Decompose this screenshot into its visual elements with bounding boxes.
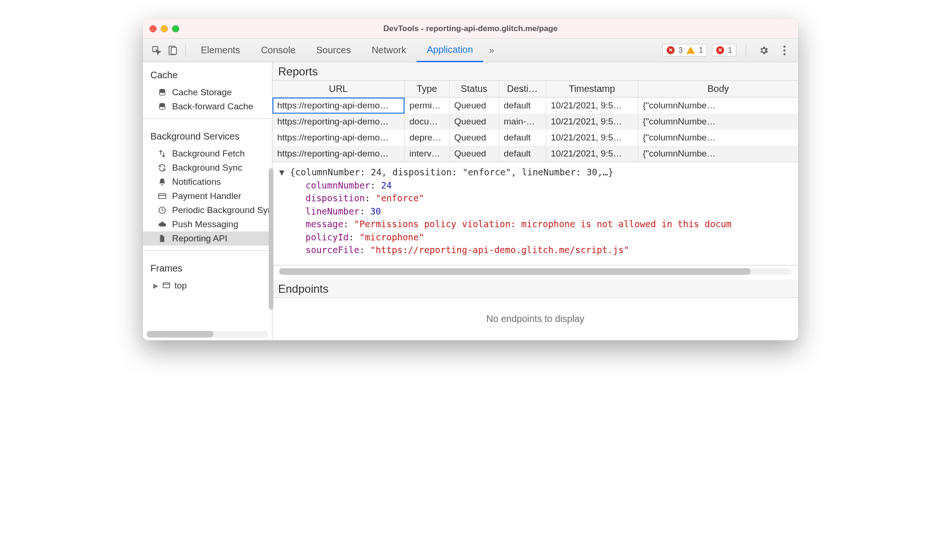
device-toolbar-icon[interactable]: [165, 42, 181, 58]
cell-body[interactable]: {"columnNumbe…: [638, 98, 798, 114]
transfer-icon: [157, 148, 167, 159]
tab-console[interactable]: Console: [250, 39, 305, 62]
tab-application[interactable]: Application: [417, 39, 484, 62]
cell-type[interactable]: permi…: [404, 98, 449, 114]
cell-destination[interactable]: default: [499, 98, 546, 114]
json-value: 30: [370, 206, 381, 216]
reports-table: URL Type Status Desti… Timestamp Body ht…: [272, 81, 798, 162]
json-property-line[interactable]: disposition: "enforce": [279, 192, 792, 205]
inspect-element-icon[interactable]: [149, 42, 165, 58]
column-header-status[interactable]: Status: [449, 81, 499, 98]
endpoints-empty-message: No endpoints to display: [272, 298, 798, 340]
reporting-api-panel: Reports URL Type Status Desti… Timestamp…: [272, 62, 798, 340]
cell-body[interactable]: {"columnNumbe…: [638, 130, 798, 146]
table-row[interactable]: https://reporting-api-demo…depre…Queuedd…: [272, 130, 798, 146]
cell-url[interactable]: https://reporting-api-demo…: [272, 146, 404, 162]
hidden-issues-badge[interactable]: ✕ 1: [712, 44, 736, 57]
cell-status[interactable]: Queued: [449, 114, 499, 130]
svg-rect-8: [159, 194, 166, 199]
svg-point-3: [784, 45, 786, 48]
cell-timestamp[interactable]: 10/21/2021, 9:5…: [546, 98, 638, 114]
cell-body[interactable]: {"columnNumbe…: [638, 114, 798, 130]
more-tabs-button[interactable]: »: [483, 45, 500, 56]
clock-icon: [157, 205, 167, 215]
console-issues-badge[interactable]: ✕ 3 1: [662, 44, 707, 57]
chevron-double-right-icon: »: [489, 45, 494, 55]
cell-destination[interactable]: default: [499, 130, 546, 146]
table-row[interactable]: https://reporting-api-demo…docu…Queuedma…: [272, 114, 798, 130]
reports-section-title: Reports: [272, 62, 798, 81]
json-value: "microphone": [359, 232, 424, 242]
minimize-window-button[interactable]: [161, 25, 168, 32]
cell-url[interactable]: https://reporting-api-demo…: [272, 130, 404, 146]
tab-elements[interactable]: Elements: [190, 39, 250, 62]
table-header-row: URL Type Status Desti… Timestamp Body: [272, 81, 798, 98]
tab-sources[interactable]: Sources: [306, 39, 361, 62]
json-value: "https://reporting-api-demo.glitch.me/sc…: [370, 245, 629, 255]
table-row[interactable]: https://reporting-api-demo…interv…Queued…: [272, 146, 798, 162]
column-header-destination[interactable]: Desti…: [499, 81, 546, 98]
json-property-line[interactable]: message: "Permissions policy violation: …: [279, 218, 792, 231]
cell-body[interactable]: {"columnNumbe…: [638, 146, 798, 162]
sidebar-item-push-messaging[interactable]: Push Messaging: [143, 217, 272, 231]
cell-type[interactable]: docu…: [404, 114, 449, 130]
sidebar-item-notifications[interactable]: Notifications: [143, 175, 272, 189]
report-body-json-viewer[interactable]: ▼ {columnNumber: 24, disposition: "enfor…: [272, 162, 798, 265]
cell-url[interactable]: https://reporting-api-demo…: [272, 98, 404, 114]
json-summary-line[interactable]: ▼ {columnNumber: 24, disposition: "enfor…: [279, 166, 792, 179]
column-header-timestamp[interactable]: Timestamp: [546, 81, 638, 98]
cell-timestamp[interactable]: 10/21/2021, 9:5…: [546, 146, 638, 162]
json-property-line[interactable]: lineNumber: 30: [279, 205, 792, 218]
json-property-line[interactable]: columnNumber: 24: [279, 179, 792, 192]
bell-icon: [157, 177, 167, 187]
settings-gear-icon[interactable]: [756, 42, 772, 58]
sidebar-item-periodic-sync[interactable]: Periodic Background Sync: [143, 203, 272, 217]
cell-status[interactable]: Queued: [449, 130, 499, 146]
column-header-url[interactable]: URL: [272, 81, 404, 98]
cell-type[interactable]: depre…: [404, 130, 449, 146]
sidebar-item-payment-handler[interactable]: Payment Handler: [143, 189, 272, 203]
json-property-line[interactable]: policyId: "microphone": [279, 231, 792, 244]
cell-destination[interactable]: main-…: [499, 114, 546, 130]
sidebar-item-frame-top[interactable]: ▶ top: [143, 279, 272, 293]
sidebar-vertical-scrollbar[interactable]: [269, 168, 273, 310]
cell-status[interactable]: Queued: [449, 98, 499, 114]
expand-triangle-icon[interactable]: ▶: [153, 282, 158, 289]
sidebar-item-background-sync[interactable]: Background Sync: [143, 161, 272, 175]
json-horizontal-scrollbar[interactable]: [279, 268, 792, 275]
svg-point-4: [784, 49, 786, 51]
scrollbar-thumb[interactable]: [147, 331, 214, 338]
json-property-line[interactable]: sourceFile: "https://reporting-api-demo.…: [279, 244, 792, 257]
sidebar-divider: [143, 250, 272, 251]
svg-point-5: [784, 53, 786, 55]
devtools-toolbar: Elements Console Sources Network Applica…: [143, 39, 798, 62]
cell-timestamp[interactable]: 10/21/2021, 9:5…: [546, 130, 638, 146]
sidebar-item-label: Background Fetch: [172, 148, 245, 159]
sidebar-section-title: Background Services: [143, 124, 272, 147]
zoom-window-button[interactable]: [172, 25, 179, 32]
sidebar-item-label: Notifications: [172, 177, 221, 187]
tab-network[interactable]: Network: [361, 39, 416, 62]
json-key: message: [305, 219, 343, 229]
cell-status[interactable]: Queued: [449, 146, 499, 162]
sidebar-item-background-fetch[interactable]: Background Fetch: [143, 147, 272, 161]
column-header-type[interactable]: Type: [404, 81, 449, 98]
sidebar-section-title: Frames: [143, 255, 272, 279]
cell-url[interactable]: https://reporting-api-demo…: [272, 114, 404, 130]
sidebar-horizontal-scrollbar[interactable]: [147, 331, 268, 338]
cell-destination[interactable]: default: [499, 146, 546, 162]
sidebar-item-cache-storage[interactable]: Cache Storage: [143, 85, 272, 99]
column-header-body[interactable]: Body: [638, 81, 798, 98]
toolbar-right: ✕ 3 1 ✕ 1: [662, 42, 792, 58]
kebab-menu-icon[interactable]: [776, 42, 792, 58]
table-row[interactable]: https://reporting-api-demo…permi…Queuedd…: [272, 98, 798, 114]
database-icon: [157, 87, 167, 98]
sidebar-item-reporting-api[interactable]: Reporting API: [143, 231, 272, 246]
close-window-button[interactable]: [149, 25, 157, 32]
sidebar-item-label: Periodic Background Sync: [172, 205, 272, 215]
collapse-triangle-icon[interactable]: ▼: [279, 167, 290, 177]
cell-timestamp[interactable]: 10/21/2021, 9:5…: [546, 114, 638, 130]
sidebar-item-bfcache[interactable]: Back-forward Cache: [143, 99, 272, 114]
scrollbar-thumb[interactable]: [279, 268, 751, 275]
cell-type[interactable]: interv…: [404, 146, 449, 162]
